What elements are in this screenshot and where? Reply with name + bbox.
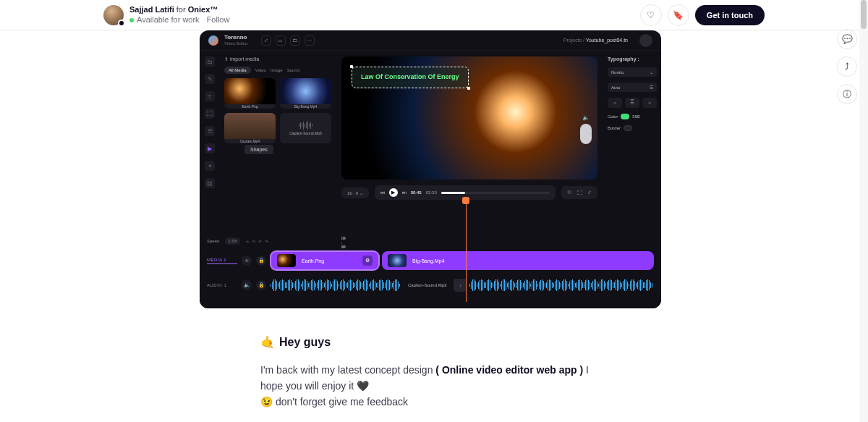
avatar[interactable] <box>103 5 124 25</box>
tab-sound[interactable]: Sound <box>287 68 299 72</box>
save-icon[interactable]: ▭ <box>276 35 286 46</box>
media-thumb-bang[interactable]: Big-Bang.Mp4 <box>280 78 331 109</box>
info-icon: ⓘ <box>843 88 851 101</box>
author-name[interactable]: Sajjad Latifi <box>129 5 174 14</box>
font-select[interactable]: Nunito⌄ <box>608 67 657 77</box>
chevron-down-icon: ⌄ <box>650 69 653 75</box>
tab-video[interactable]: Video <box>255 68 266 72</box>
audio-wave-2[interactable] <box>469 279 654 292</box>
border-label: Border <box>608 126 621 130</box>
tool-shapes-icon[interactable]: ▶ <box>205 143 215 153</box>
share-button[interactable]: ⤴ <box>837 56 857 77</box>
import-media-button[interactable]: ⇪ import media <box>224 56 331 62</box>
tool-captions-icon[interactable]: ▤ <box>205 178 215 188</box>
clip-thumb-earth <box>277 254 296 267</box>
border-field[interactable]: Border <box>608 125 657 131</box>
speed-value[interactable]: 1.5X <box>225 237 239 245</box>
app-logo-text: Torenno Video Editor <box>224 35 248 46</box>
audio-wave-1[interactable]: /*placeholder*/ <box>271 279 401 292</box>
size-select[interactable]: Auto☰ <box>608 83 657 92</box>
track-lock-icon[interactable]: 🔒 <box>256 256 266 266</box>
projects-label: Projects <box>563 38 582 43</box>
media-thumb-caption[interactable]: Caption-Sound.Mp3 <box>280 113 331 143</box>
canvas-preview[interactable]: Law Of Conservation Of Energy 🔈 <box>341 56 597 180</box>
timeline-top: Speed 1.5X ✂ ⧈ ↶ ↷ 00 : 00 00 : 10 00 : … <box>207 236 654 246</box>
media-thumb-earth[interactable]: Earth.Png <box>224 78 276 109</box>
shapes-tooltip: Shapes <box>244 145 273 154</box>
user-avatar[interactable] <box>639 34 652 47</box>
track-mute-icon[interactable]: 🔈 <box>242 280 252 290</box>
volume-slider[interactable] <box>580 124 592 144</box>
fullscreen-icon[interactable]: ⤢ <box>586 189 593 196</box>
media-grid: Earth.Png Big-Bang.Mp4 Quotes.Mp4 Captio… <box>224 78 331 143</box>
inspector-title: Typography : <box>608 56 657 62</box>
app-name: Torenno <box>224 35 248 41</box>
bang-thumb-image <box>280 78 331 104</box>
track-lock-icon[interactable]: 🔒 <box>256 280 266 290</box>
company-name[interactable]: Oniex™ <box>188 5 218 14</box>
canvas-text-element[interactable]: Law Of Conservation Of Energy <box>352 67 469 88</box>
audio-clips[interactable]: /*placeholder*/ Caption-Sound.Mp3 ♪ <box>271 275 654 295</box>
page-scrollbar[interactable] <box>859 0 868 422</box>
music-icon[interactable]: ♪ <box>454 279 467 292</box>
track-visibility-icon[interactable]: 👁 <box>242 256 252 266</box>
align-right-icon[interactable]: ≡ <box>642 98 657 108</box>
media-clips[interactable]: Earth.Png ⚙ Big-Bang.Mp4 <box>271 250 654 271</box>
tab-all-media[interactable]: All Media <box>224 67 251 74</box>
project-breadcrumb[interactable]: Projects / Youtube_post04.tn <box>563 38 628 43</box>
tool-type-icon[interactable]: T <box>205 91 215 101</box>
availability-status[interactable]: Available for work <box>129 15 200 25</box>
app-subtitle: Video Editor <box>224 41 248 46</box>
tool-sliders-icon[interactable]: ☰ <box>205 126 215 136</box>
magnet-icon[interactable]: ⧈ <box>252 239 255 244</box>
folder-icon[interactable]: 🗀 <box>290 35 300 46</box>
author-line[interactable]: Sajjad Latifi for Oniex™ <box>129 5 229 14</box>
undo-icon[interactable]: ↶ <box>258 239 262 244</box>
clip-settings-icon[interactable]: ⚙ <box>362 256 373 266</box>
audio-clip-caption: Caption-Sound.Mp3 <box>408 283 446 287</box>
tool-crop-icon[interactable]: ⛶ <box>205 109 215 119</box>
expand-icon[interactable]: ⤢ <box>261 35 271 46</box>
cut-icon[interactable]: ✂ <box>246 239 250 244</box>
playhead[interactable] <box>466 201 467 302</box>
progress-bar[interactable] <box>441 192 550 194</box>
color-swatch <box>621 114 629 119</box>
color-field[interactable]: Color 59E <box>608 114 657 119</box>
media-track-label[interactable]: Media 1 <box>207 258 237 264</box>
play-button[interactable]: ▶ <box>389 188 398 197</box>
loop-icon[interactable]: ⟲ <box>566 189 573 196</box>
tool-brush-icon[interactable]: ✎ <box>205 74 215 84</box>
tool-effects-icon[interactable]: ✦ <box>205 161 215 171</box>
like-button[interactable]: ♡ <box>640 4 662 26</box>
prev-icon[interactable]: ⏮ <box>380 190 385 195</box>
avatar-badge-icon <box>118 20 125 27</box>
comment-button[interactable]: 💬 <box>837 29 857 49</box>
header-actions: ♡ 🔖 Get in touch <box>640 4 765 26</box>
scroll-thumb[interactable] <box>861 0 867 29</box>
align-left-icon[interactable]: ≡ <box>608 98 622 108</box>
crop-icon[interactable]: ⛶ <box>576 189 583 196</box>
save-button[interactable]: 🔖 <box>668 4 689 26</box>
more-icon[interactable]: ⋯ <box>305 35 315 46</box>
volume-control[interactable]: 🔈 <box>580 114 592 144</box>
follow-link[interactable]: Follow <box>207 15 230 25</box>
clip-bang[interactable]: Big-Bang.Mp4 <box>382 251 654 270</box>
align-center-icon[interactable]: ≣ <box>625 98 639 108</box>
earth-thumb-image <box>224 78 276 104</box>
redo-icon[interactable]: ↷ <box>265 239 268 244</box>
desc-paragraph-2: 😉 don't forget give me feedback <box>260 394 608 410</box>
align-controls: ≡ ≣ ≡ <box>608 98 657 108</box>
aspect-ratio-select[interactable]: 16 : 9 ⌄ <box>341 187 369 198</box>
tab-image[interactable]: Image <box>271 68 283 72</box>
titlebar-icons: ⤢ ▭ 🗀 ⋯ <box>261 35 315 46</box>
player-bar: 16 : 9 ⌄ ⏮ ▶ ⏭ 00:45 03:20 ⟲ ⛶ ⤢ <box>341 185 597 200</box>
contact-button[interactable]: Get in touch <box>695 5 765 25</box>
tool-folder-icon[interactable]: 🗀 <box>205 56 215 67</box>
media-track: Media 1 👁 🔒 Earth.Png ⚙ Big-Bang.Mp4 <box>207 250 654 271</box>
next-icon[interactable]: ⏭ <box>402 190 407 195</box>
info-button[interactable]: ⓘ <box>837 84 857 104</box>
media-thumb-quotes[interactable]: Quotes.Mp4 <box>224 113 276 143</box>
audio-track-label[interactable]: Audio 1 <box>207 283 237 287</box>
project-filename: Youtube_post04.tn <box>586 38 628 43</box>
clip-earth[interactable]: Earth.Png ⚙ <box>271 251 379 270</box>
